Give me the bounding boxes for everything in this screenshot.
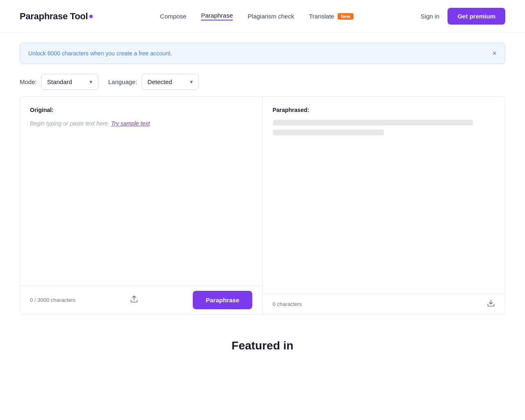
original-placeholder: Begin typing or paste text here. Try sam… <box>30 120 150 127</box>
nav-translate[interactable]: Translate <box>309 13 334 20</box>
controls-bar: Mode: Standard Fluency Formal Academic S… <box>0 74 525 90</box>
header: Paraphrase Tool Compose Paraphrase Plagi… <box>0 0 525 33</box>
language-label: Language: <box>108 78 137 85</box>
featured-title: Featured in <box>20 339 505 352</box>
sign-in-link[interactable]: Sign in <box>421 13 440 20</box>
skeleton-line-2 <box>273 130 384 135</box>
original-label: Original: <box>30 107 253 113</box>
header-actions: Sign in Get premium <box>421 8 505 25</box>
nav: Compose Paraphrase Plagiarism check Tran… <box>160 12 354 21</box>
nav-paraphrase[interactable]: Paraphrase <box>201 12 233 21</box>
original-panel: Original: Begin typing or paste text her… <box>20 97 263 314</box>
paraphrased-panel: Paraphrased: 0 characters <box>263 97 505 314</box>
language-select-wrapper: Detected English Spanish French German ▼ <box>142 74 199 90</box>
banner-close-button[interactable]: × <box>492 50 497 57</box>
banner-text: Unlock 6000 characters when you create a… <box>28 50 172 57</box>
get-premium-button[interactable]: Get premium <box>447 8 505 25</box>
promo-banner: Unlock 6000 characters when you create a… <box>20 43 505 64</box>
language-control: Language: Detected English Spanish Frenc… <box>108 74 199 90</box>
editor-container: Original: Begin typing or paste text her… <box>20 96 505 315</box>
logo-dot <box>89 15 93 18</box>
download-icon[interactable] <box>487 299 495 309</box>
original-editor-body[interactable]: Original: Begin typing or paste text her… <box>20 97 262 285</box>
paraphrased-skeleton <box>273 120 495 135</box>
nav-translate-group: Translate New <box>309 13 354 20</box>
paraphrased-footer: 0 characters <box>263 294 505 314</box>
new-badge: New <box>338 13 354 20</box>
mode-label: Mode: <box>20 78 37 85</box>
mode-select-wrapper: Standard Fluency Formal Academic Simple … <box>41 74 98 90</box>
try-sample-link[interactable]: Try sample text <box>111 120 150 127</box>
skeleton-line-1 <box>273 120 473 126</box>
mode-select[interactable]: Standard Fluency Formal Academic Simple … <box>41 74 98 90</box>
paraphrased-char-count: 0 characters <box>273 301 302 307</box>
logo-text: Paraphrase Tool <box>20 11 88 22</box>
upload-icon[interactable] <box>130 295 138 305</box>
language-select[interactable]: Detected English Spanish French German <box>142 74 199 90</box>
original-char-count: 0 / 3000 characters <box>30 297 75 303</box>
paraphrase-button[interactable]: Paraphrase <box>193 291 253 309</box>
featured-section: Featured in <box>0 315 525 369</box>
original-footer: 0 / 3000 characters Paraphrase <box>20 285 262 314</box>
nav-plagiarism[interactable]: Plagiarism check <box>248 13 294 20</box>
paraphrased-editor-body: Paraphrased: <box>263 97 505 294</box>
nav-compose[interactable]: Compose <box>160 13 186 20</box>
mode-control: Mode: Standard Fluency Formal Academic S… <box>20 74 98 90</box>
logo[interactable]: Paraphrase Tool <box>20 11 93 22</box>
paraphrased-label: Paraphrased: <box>273 107 495 113</box>
